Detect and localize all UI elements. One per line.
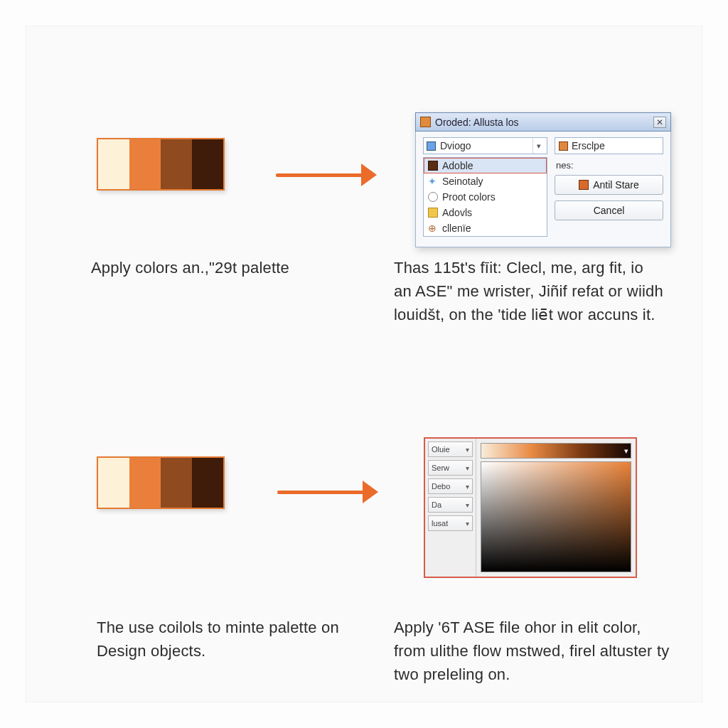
caption-bottom-left: The use coilols to minte palette on Desi… xyxy=(97,616,360,663)
dialog-titlebar: Oroded: Allusta los ✕ xyxy=(415,112,671,132)
list-item-label: Seinotaly xyxy=(442,176,483,187)
chevron-down-icon: ▾ xyxy=(532,138,544,154)
globe-icon: ⊕ xyxy=(428,223,438,233)
chevron-down-icon: ▾ xyxy=(466,464,469,472)
field-label: nes: xyxy=(556,160,663,171)
arrow-icon xyxy=(277,481,378,503)
chevron-down-icon: ▾ xyxy=(466,501,469,509)
caption-top-right: Thas 115t's fīit: Clecl, me, arg fit, io… xyxy=(394,256,664,326)
diagram-canvas: Oroded: Allusta los ✕ Dviogo ▾ Adoble ✦ xyxy=(26,26,702,702)
swatch-color-1 xyxy=(129,458,161,508)
color-panel-tabs: Oluie▾ Serw▾ Debo▾ Da▾ lusat▾ xyxy=(425,439,476,577)
panel-tab-label: Da xyxy=(432,500,441,509)
chevron-down-icon: ▾ xyxy=(624,446,628,456)
chevron-down-icon: ▾ xyxy=(466,446,469,454)
square-icon xyxy=(428,161,438,171)
list-item-label: cllenïe xyxy=(442,223,471,234)
dialog-title: Oroded: Allusta los xyxy=(435,117,649,128)
dialog-window: Oroded: Allusta los ✕ Dviogo ▾ Adoble ✦ xyxy=(415,112,671,247)
panel-tab[interactable]: Oluie▾ xyxy=(428,441,473,457)
list-item[interactable]: ✦ Seinotaly xyxy=(424,173,547,189)
list-item[interactable]: Proot colors xyxy=(424,189,547,205)
panel-tab-label: Serw xyxy=(432,464,449,472)
list-item-label: Adovls xyxy=(442,207,472,218)
list-item-label: Proot colors xyxy=(442,191,496,203)
star-icon: ✦ xyxy=(428,176,438,186)
panel-tab[interactable]: Debo▾ xyxy=(428,478,473,494)
caption-bottom-right: Apply '6T ASE file ohor in elit color, f… xyxy=(394,616,671,686)
color-panel: Oluie▾ Serw▾ Debo▾ Da▾ lusat▾ ▾ xyxy=(424,437,637,578)
palette-swatch-top xyxy=(97,138,225,191)
list-item[interactable]: Adoble xyxy=(424,158,547,173)
button-label: Antil Stare xyxy=(593,179,639,191)
list-item[interactable]: Adovls xyxy=(424,205,547,220)
caption-top-left: Apply colors an.,"29t palette xyxy=(91,256,361,279)
close-icon[interactable]: ✕ xyxy=(653,117,666,128)
cancel-button[interactable]: Cancel xyxy=(555,200,663,220)
action-icon xyxy=(579,180,589,190)
square-icon xyxy=(428,208,438,218)
panel-tab-label: lusat xyxy=(432,519,448,528)
combo-icon xyxy=(427,141,436,151)
button-label: Cancel xyxy=(594,205,625,216)
chevron-down-icon: ▾ xyxy=(466,520,469,528)
circle-icon xyxy=(428,192,438,202)
palette-swatch-bottom xyxy=(97,456,225,509)
swatch-color-2 xyxy=(161,458,192,508)
swatch-color-2 xyxy=(161,139,192,189)
hue-ramp[interactable]: ▾ xyxy=(481,443,631,459)
folder-icon xyxy=(559,141,568,151)
source-combo[interactable]: Dviogo ▾ xyxy=(423,137,547,154)
arrow-icon xyxy=(276,164,377,186)
panel-tab-label: Oluie xyxy=(432,445,450,454)
swatch-color-0 xyxy=(98,458,129,508)
swatch-color-3 xyxy=(192,139,223,189)
primary-button[interactable]: Antil Stare xyxy=(555,175,663,195)
app-icon xyxy=(420,117,431,127)
chevron-down-icon: ▾ xyxy=(466,483,469,491)
panel-tab[interactable]: Da▾ xyxy=(428,497,473,513)
dialog-body: Dviogo ▾ Adoble ✦ Seinotaly Proot colors xyxy=(415,132,671,247)
list-item[interactable]: ⊕ cllenïe xyxy=(424,220,547,236)
panel-tab-label: Debo xyxy=(432,482,450,491)
source-list[interactable]: Adoble ✦ Seinotaly Proot colors Adovls xyxy=(423,157,547,237)
swatch-color-3 xyxy=(192,458,223,508)
preset-value: Ersclpe xyxy=(572,140,605,151)
swatch-color-0 xyxy=(98,139,129,189)
color-field[interactable] xyxy=(481,461,631,572)
panel-tab[interactable]: Serw▾ xyxy=(428,460,473,476)
combo-value: Dviogo xyxy=(440,140,528,151)
panel-tab[interactable]: lusat▾ xyxy=(428,515,473,531)
list-item-label: Adoble xyxy=(442,160,473,171)
preset-combo[interactable]: Ersclpe xyxy=(555,137,663,154)
color-picker-area: ▾ xyxy=(476,439,636,577)
swatch-color-1 xyxy=(129,139,161,189)
